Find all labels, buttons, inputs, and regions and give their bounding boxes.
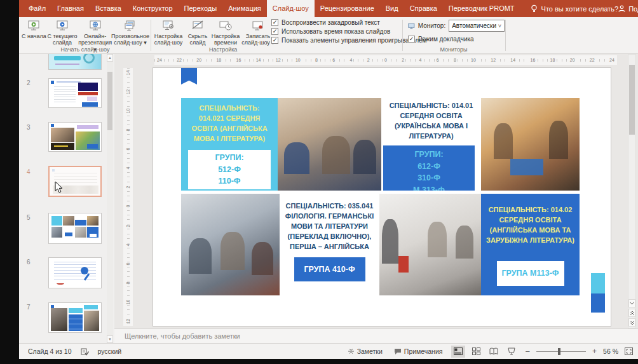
share-button[interactable]: Поделиться [618, 0, 638, 17]
tell-me-box[interactable]: Что вы хотите сделать? [531, 0, 619, 17]
mouse-cursor [55, 181, 63, 193]
slide-thumbnail-3[interactable] [48, 122, 102, 152]
powerpoint-window: Файл Главная Вставка Конструктор Переход… [19, 0, 638, 359]
slide-thumbnail-5[interactable] [48, 213, 102, 244]
comment-icon [394, 348, 402, 355]
slide-thumbnail-2[interactable] [48, 78, 102, 108]
online-presentation-icon [88, 19, 102, 32]
normal-view-button[interactable] [451, 346, 465, 358]
tab-promt-translator[interactable]: Переводчик PROMT [443, 0, 520, 17]
specialty-block-2[interactable]: СПЕЦІАЛЬНІСТЬ: 014.01 СЕРЕДНЯ ОСВІТА (УК… [381, 98, 481, 191]
photo-classroom[interactable] [379, 194, 481, 295]
notes-toggle-button[interactable]: Заметки [345, 346, 385, 357]
zoom-slider[interactable] [536, 351, 586, 352]
tab-slideshow[interactable]: Слайд-шоу [267, 0, 315, 17]
group-separator [505, 20, 506, 51]
checkbox-presenter-view[interactable]: ✓ Режим докладчика [403, 32, 505, 43]
slide-thumbnail-6[interactable] [48, 257, 102, 288]
slide-sorter-view-button[interactable] [469, 346, 483, 358]
thumbnail-scrollbar[interactable]: ▲ ▼ [107, 54, 113, 343]
ribbon-group-setup: Настройка слайд-шоу Скрыть слайд Настрой… [152, 17, 401, 53]
from-current-slide-label: С текущего слайда [46, 33, 78, 46]
specialty-block-1[interactable]: СПЕЦІАЛЬНІСТЬ: 014.021 СЕРЕДНЯ ОСВІТА (А… [181, 98, 278, 191]
zoom-in-button[interactable]: + [592, 347, 597, 356]
photo-students-table[interactable] [181, 194, 280, 295]
thumbnail-scrollbar-thumb[interactable] [107, 72, 112, 130]
zoom-slider-handle[interactable] [558, 348, 560, 355]
hide-slide-icon [191, 19, 205, 32]
tab-help[interactable]: Справка [404, 0, 443, 17]
monitor-dropdown-value: Автоматически [452, 22, 496, 29]
editor-scrollbar[interactable] [628, 54, 636, 328]
ribbon-group-monitors: Монитор: Автоматически ˅ ✓ Режим докладч… [403, 17, 505, 53]
language-indicator[interactable]: русский [98, 347, 122, 355]
comments-toggle-button[interactable]: Примечания [391, 346, 445, 357]
specialty-block-4[interactable]: СПЕЦІАЛЬНІСТЬ: 014.02 СЕРЕДНЯ ОСВІТА (АН… [481, 194, 580, 295]
reading-view-button[interactable] [487, 346, 501, 358]
specialty-3-group-box: ГРУПА 410-Ф [294, 257, 365, 282]
rehearse-timings-button[interactable]: Настройка времени [210, 17, 241, 46]
bookmark-ribbon-shape[interactable] [181, 68, 197, 84]
tab-design[interactable]: Конструктор [127, 0, 179, 17]
tab-file[interactable]: Файл [23, 0, 51, 17]
from-beginning-label: С начала [22, 33, 46, 39]
fit-to-window-icon[interactable] [625, 347, 633, 355]
rehearse-timings-icon [219, 19, 233, 32]
from-beginning-button[interactable]: С начала [22, 17, 46, 39]
scroll-up-icon[interactable]: ▲ [107, 54, 113, 62]
slide-number-3: 3 [27, 124, 31, 131]
photo-students-outdoors[interactable] [278, 98, 381, 191]
scroll-down-icon[interactable] [628, 299, 635, 307]
monitor-dropdown[interactable]: Автоматически ˅ [449, 20, 505, 32]
chevron-down-icon: ˅ [498, 23, 501, 29]
hide-slide-button[interactable]: Скрыть слайд [185, 17, 210, 46]
screenshot-stage: Файл Главная Вставка Конструктор Переход… [0, 0, 638, 364]
ribbon-tab-bar: Файл Главная Вставка Конструктор Переход… [19, 0, 638, 17]
tell-me-label: Что вы хотите сделать? [541, 5, 619, 13]
tab-insert[interactable]: Вставка [90, 0, 127, 17]
spellcheck-icon[interactable] [81, 347, 89, 356]
setup-slideshow-label: Настройка слайд-шоу [152, 33, 185, 46]
slide-number-4: 4 [27, 168, 31, 175]
custom-slideshow-label: Произвольное слайд-шоу ▾ [111, 33, 149, 46]
tab-transitions[interactable]: Переходы [179, 0, 223, 17]
setup-slideshow-button[interactable]: Настройка слайд-шоу [152, 17, 185, 46]
editor-scrollbar-thumb[interactable] [629, 65, 635, 135]
slide-canvas[interactable]: СПЕЦІАЛЬНІСТЬ: 014.021 СЕРЕДНЯ ОСВІТА (А… [153, 68, 611, 326]
slide-number-5: 5 [27, 214, 31, 221]
play-narrations-label: Воспроизвести закадровый текст [282, 19, 380, 26]
custom-slideshow-button[interactable]: Произвольное слайд-шоу ▾ [112, 17, 149, 46]
group-label-monitors: Мониторы [403, 46, 505, 53]
person-icon [618, 5, 625, 12]
record-slideshow-button[interactable]: Записать слайд-шоу ▾ [241, 17, 275, 46]
next-slide-button[interactable] [628, 318, 635, 327]
checkbox-checked-icon: ✓ [271, 37, 278, 44]
zoom-level[interactable]: 56 % [603, 347, 618, 355]
specialty-1-groups-box: ГРУПИ:512-Ф110-Ф [188, 150, 271, 189]
slide-number-2: 2 [27, 79, 31, 86]
scroll-down-icon[interactable]: ▼ [107, 335, 113, 343]
specialty-block-3[interactable]: СПЕЦІАЛЬНІСТЬ: 035.041 ФІЛОЛОГІЯ. ГЕРМАН… [280, 194, 379, 295]
slideshow-view-button[interactable] [505, 346, 519, 358]
tab-review[interactable]: Рецензирование [315, 0, 380, 17]
specialty-1-title: СПЕЦІАЛЬНІСТЬ: 014.021 СЕРЕДНЯ ОСВІТА (А… [181, 104, 278, 144]
letterbox-strip [0, 359, 638, 364]
ribbon-group-start-slideshow: С начала С текущего слайда Онлайн-презен… [22, 17, 149, 53]
play-current-icon [55, 19, 69, 32]
slide-thumbnail-1[interactable] [48, 54, 102, 70]
previous-slide-button[interactable] [628, 309, 635, 317]
tab-home[interactable]: Главная [51, 0, 90, 17]
notes-pane[interactable]: Щелкните, чтобы добавить заметки [114, 328, 638, 343]
decor-square-blue[interactable] [591, 293, 605, 313]
checkbox-checked-icon: ✓ [408, 36, 415, 43]
tab-animations[interactable]: Анимация [222, 0, 267, 17]
specialty-3-title: СПЕЦІАЛЬНІСТЬ: 035.041 ФІЛОЛОГІЯ. ГЕРМАН… [280, 201, 379, 252]
tab-view[interactable]: Вид [380, 0, 404, 17]
zoom-out-button[interactable]: − [525, 347, 530, 356]
slide-number-7: 7 [27, 304, 31, 311]
slide-thumbnail-7[interactable] [48, 302, 102, 333]
from-current-slide-button[interactable]: С текущего слайда [46, 17, 78, 46]
vertical-ruler: 1412108642024681012 [123, 68, 133, 326]
decor-square-cyan[interactable] [591, 273, 605, 293]
photo-team-laptop[interactable] [481, 98, 580, 191]
